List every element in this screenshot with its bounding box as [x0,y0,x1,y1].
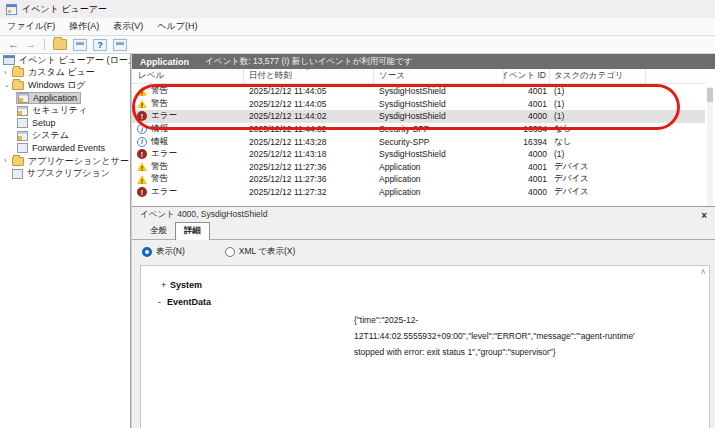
error-icon [137,111,147,121]
event-table: 警告 2025/12/12 11:44:05 SysdigHostShield … [132,85,705,198]
node-eventdata[interactable]: - EventData [158,297,211,307]
log-name: Application [140,57,189,67]
radio-unselected-icon [225,247,235,257]
event-log-icon [18,93,29,103]
folder-icon [12,157,24,166]
folder-icon [12,68,24,77]
event-row[interactable]: 情報 2025/12/12 11:43:28 Security-SPP 1639… [132,135,705,148]
sidebar-item-custom-views[interactable]: › カスタム ビュー [0,67,130,80]
sidebar-item-forwarded-events[interactable]: Forwarded Events [0,142,130,155]
sidebar-item-system[interactable]: システム [0,130,130,143]
tab-details[interactable]: 詳細 [175,222,210,240]
event-log-icon [17,106,28,116]
log-header-bar: Application イベント数: 13,577 (!) 新しいイベントが利用… [132,54,715,69]
column-header-source[interactable]: ソース [374,69,504,83]
toolbar: ← → ? [0,36,715,54]
menu-bar: ファイル(F) 操作(A) 表示(V) ヘルプ(H) [0,18,715,36]
folder-icon [12,81,24,90]
event-viewer-app-icon [6,4,17,15]
show-console-tree-icon[interactable] [53,39,67,50]
sort-ascending-icon: ˆ [306,69,309,76]
event-list-panel: Application イベント数: 13,577 (!) 新しいイベントが利用… [132,54,715,428]
forward-arrow-icon[interactable]: → [25,39,36,50]
toolbar-separator [44,39,45,50]
column-header-row: レベル ˆ 日付と時刻 ソース イベント ID タスクのカテゴリ [132,69,705,84]
tab-general[interactable]: 全般 [142,223,175,239]
event-log-icon [17,143,28,153]
error-icon [137,187,147,197]
warning-icon [137,175,147,184]
radio-selected-icon [142,247,152,257]
title-bar: イベント ビューアー [0,0,715,18]
event-row[interactable]: エラー 2025/12/12 11:27:32 Application 4000… [132,186,705,199]
sidebar-item-subscriptions[interactable]: サブスクリプション [0,167,130,180]
radio-friendly-view[interactable]: 表示(N) [142,246,185,258]
event-row[interactable]: 警告 2025/12/12 11:44:05 SysdigHostShield … [132,98,705,111]
menu-action[interactable]: 操作(A) [69,20,99,33]
info-icon [137,124,147,134]
sidebar-item-application[interactable]: Application [0,92,130,105]
expand-plus-icon[interactable]: + [161,280,170,290]
sidebar-item-security[interactable]: セキュリティ [0,104,130,117]
sidebar-item-apps-services-logs[interactable]: › アプリケーションとサービス ログ [0,155,130,168]
warning-icon [137,162,147,171]
radio-xml-view[interactable]: XML で表示(X) [225,246,296,258]
chevron-down-icon[interactable]: ⌄ [4,81,12,89]
event-row[interactable]: 警告 2025/12/12 11:44:05 SysdigHostShield … [132,85,705,98]
event-list-scrollbar[interactable] [707,86,713,206]
menu-view[interactable]: 表示(V) [113,20,143,33]
event-row[interactable]: エラー 2025/12/12 11:43:18 SysdigHostShield… [132,148,705,161]
node-system[interactable]: + System [161,280,202,290]
subscriptions-icon [12,169,23,179]
event-detail-pane: イベント 4000, SysdigHostShield × 全般 詳細 表示(N… [132,206,715,428]
scroll-up-icon[interactable]: ∧ [700,267,706,276]
error-icon [137,149,147,159]
chevron-right-icon[interactable]: › [4,69,12,77]
event-row[interactable]: 警告 2025/12/12 11:27:36 Application 4001 … [132,161,705,174]
event-row[interactable]: 情報 2025/12/12 11:44:02 Security-SPP 1638… [132,123,705,136]
column-header-level[interactable]: レベル [132,69,244,83]
event-data-json: {"time":"2025-12-12T11:44:02.5555932+09:… [354,312,654,360]
event-log-icon [17,118,28,128]
menu-file[interactable]: ファイル(F) [7,20,55,33]
detail-header: イベント 4000, SysdigHostShield × [132,207,715,223]
warning-icon [137,87,147,96]
event-count-summary: イベント数: 13,577 (!) 新しいイベントが利用可能です [205,56,413,68]
selected-tree-item-highlight: Application [16,92,81,104]
detail-view-options: 表示(N) XML で表示(X) [132,240,715,264]
back-arrow-icon[interactable]: ← [8,39,19,50]
chevron-right-icon[interactable]: › [4,157,12,165]
column-header-task-category[interactable]: タスクのカテゴリ [550,69,646,83]
console-window-icon[interactable] [73,39,87,51]
event-row-selected[interactable]: エラー 2025/12/12 11:44:02 SysdigHostShield… [132,110,705,123]
detail-title: イベント 4000, SysdigHostShield [140,209,267,221]
detail-content-box: ∧ + System - EventData {"time":"2025-12-… [140,265,710,428]
info-icon [137,137,147,147]
show-action-pane-icon[interactable] [113,39,127,51]
column-header-datetime[interactable]: ˆ 日付と時刻 [244,69,374,83]
sidebar-item-windows-logs[interactable]: ⌄ Windows ログ [0,79,130,92]
collapse-minus-icon[interactable]: - [158,297,167,307]
event-log-icon [17,131,28,141]
sidebar-item-root[interactable]: イベント ビューアー (ローカル) [0,54,130,67]
scrollbar-thumb[interactable] [707,88,713,102]
event-row[interactable]: 警告 2025/12/12 11:27:36 Application 4001 … [132,173,705,186]
event-viewer-window: イベント ビューアー ファイル(F) 操作(A) 表示(V) ヘルプ(H) ← … [0,0,715,428]
help-icon[interactable]: ? [93,39,107,51]
sidebar-item-setup[interactable]: Setup [0,117,130,130]
menu-help[interactable]: ヘルプ(H) [157,20,197,33]
close-icon[interactable]: × [701,210,707,221]
warning-icon [137,99,147,108]
console-tree: イベント ビューアー (ローカル) › カスタム ビュー ⌄ Windows ロ… [0,54,130,428]
window-title: イベント ビューアー [22,3,107,16]
event-viewer-root-icon [3,55,15,65]
column-header-event-id[interactable]: イベント ID [504,69,550,83]
detail-tabs: 全般 詳細 [132,223,715,240]
